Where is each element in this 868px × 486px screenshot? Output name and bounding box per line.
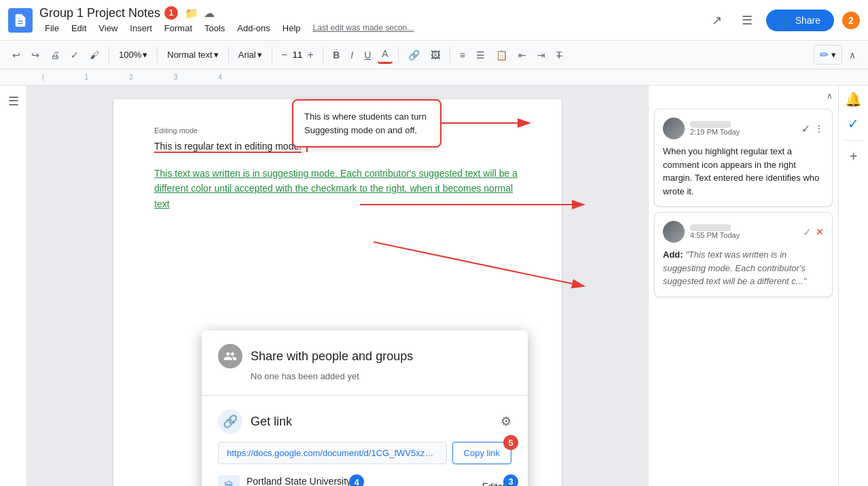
suggestion-text-block: This text was written is in suggesting m… (154, 166, 521, 211)
comment-avatar-2 (663, 221, 685, 243)
doc-area: This is where students can turn Suggesti… (27, 86, 648, 486)
zoom-select[interactable]: 100% ▾ (115, 47, 151, 63)
numbered-list[interactable]: 📋 (492, 47, 511, 63)
left-sidebar: ☰ (0, 86, 27, 486)
align-left[interactable]: ≡ (456, 47, 469, 63)
close-icon-2[interactable]: ✕ (816, 226, 824, 237)
resolve-icon-2[interactable]: ✓ (803, 226, 812, 239)
title-section: Group 1 Project Notes 1 📁 ☁ File Edit Vi… (39, 6, 706, 35)
menu-addons[interactable]: Add-ons (232, 22, 275, 35)
comment-time-1: 2:19 PM Today (690, 128, 740, 136)
add-label: Add: (663, 249, 683, 260)
checkmark-circle-icon[interactable]: ✓ (848, 116, 859, 132)
resolve-icon-1[interactable]: ✓ (801, 122, 810, 135)
share-button[interactable]: 👤 Share (766, 10, 834, 31)
outline-icon[interactable]: ☰ (8, 94, 19, 109)
comment-avatar-1 (663, 118, 685, 139)
menu-bar: File Edit View Insert Format Tools Add-o… (39, 22, 706, 35)
font-size-control: − 11 + (278, 48, 317, 62)
undo-button[interactable]: ↩ (8, 47, 24, 63)
menu-file[interactable]: File (39, 22, 65, 35)
org-right: Editor ▾ 3 (482, 481, 511, 487)
redo-button[interactable]: ↪ (27, 47, 43, 63)
badge-3: 3 (503, 474, 518, 487)
font-size-value[interactable]: 11 (293, 50, 302, 60)
zoom-value: 100% (119, 50, 141, 60)
underline-button[interactable]: U (360, 47, 375, 63)
italic-button[interactable]: I (346, 47, 357, 63)
indent-increase[interactable]: ⇥ (533, 47, 549, 63)
gear-icon[interactable]: ⚙ (501, 414, 511, 429)
sep7 (450, 47, 450, 63)
spellcheck-button[interactable]: ✓ (67, 47, 83, 63)
font-size-decrease[interactable]: − (278, 48, 291, 62)
sep4 (272, 47, 272, 63)
share-icon: 👤 (780, 15, 791, 26)
link-url-display[interactable]: https://docs.google.com/document/d/1CG_f… (218, 442, 447, 464)
font-size-increase[interactable]: + (304, 48, 317, 62)
org-icon: 🏛 (218, 475, 240, 486)
share-bottom: 🔗 Get link ⚙ https://docs.google.com/doc… (202, 396, 528, 486)
collapse-button[interactable]: ∧ (845, 47, 860, 63)
indent-decrease[interactable]: ⇤ (514, 47, 530, 63)
menu-insert[interactable]: Insert (124, 22, 158, 35)
paragraph-style-value: Normal text (167, 50, 212, 60)
share-dialog: Share with people and groups No one has … (202, 330, 528, 486)
scroll-up-icon[interactable]: ∧ (827, 91, 833, 101)
sep1 (109, 47, 109, 63)
add-text: "This text was written is in suggesting … (663, 249, 806, 286)
tooltip-text: This is where students can turn Suggesti… (304, 111, 427, 135)
text-color-button[interactable]: A (378, 46, 392, 64)
trending-icon-btn[interactable]: ↗ (706, 10, 728, 31)
link-button[interactable]: 🔗 (404, 47, 424, 63)
clear-format[interactable]: T̶ (552, 47, 566, 63)
title-bar: Group 1 Project Notes 1 📁 ☁ File Edit Vi… (0, 0, 868, 41)
badge-4: 4 (349, 474, 364, 486)
comment-time-2: 4:55 PM Today (690, 231, 740, 239)
share-dialog-title: Share with people and groups (251, 349, 413, 364)
share-no-one: No one has been added yet (251, 371, 511, 381)
menu-edit[interactable]: Edit (66, 22, 92, 35)
pencil-icon: ✏ (820, 48, 829, 61)
doc-title[interactable]: Group 1 Project Notes (39, 6, 160, 20)
bold-button[interactable]: B (329, 47, 344, 63)
rs-divider (844, 140, 863, 141)
image-button[interactable]: 🖼 (427, 47, 444, 63)
share-avatar (218, 344, 242, 368)
font-select[interactable]: Arial ▾ (234, 47, 266, 63)
commenter-name-1 (690, 121, 731, 128)
print-button[interactable]: 🖨 (46, 47, 64, 63)
style-chevron: ▾ (214, 50, 219, 60)
menu-help[interactable]: Help (277, 22, 306, 35)
more-icon-1[interactable]: ⋮ (814, 123, 824, 134)
edit-mode-button[interactable]: ✏ ▾ (814, 45, 842, 65)
last-edit[interactable]: Last edit was made secon... (313, 23, 414, 35)
doc-page[interactable]: Editing mode This is regular text in edi… (113, 99, 562, 486)
link-icon: 🔗 (218, 409, 242, 434)
editor-label: Editor (482, 481, 505, 487)
paragraph-style-select[interactable]: Normal text ▾ (163, 47, 222, 63)
regular-text: This is regular text in editing mode. (154, 141, 302, 153)
badge-5: 5 (503, 435, 518, 450)
menu-tools[interactable]: Tools (199, 22, 230, 35)
badge-1: 1 (164, 6, 178, 20)
right-panel: ∧ 2:19 PM Today ✓ ⋮ When y (648, 86, 838, 486)
cloud-icon[interactable]: ☁ (204, 7, 215, 20)
notification-icon[interactable]: 🔔 (845, 91, 862, 107)
menu-format[interactable]: Format (159, 22, 198, 35)
folder-icon[interactable]: 📁 (185, 7, 198, 20)
title-right: ↗ ☰ 👤 Share 2 (706, 10, 860, 31)
list-button[interactable]: ☰ (472, 47, 489, 63)
ruler: | 1 2 3 4 (0, 69, 868, 86)
menu-view[interactable]: View (93, 22, 123, 35)
copy-link-button[interactable]: Copy link (452, 442, 511, 464)
sep2 (157, 47, 158, 63)
sep3 (228, 47, 229, 63)
comments-icon-btn[interactable]: ☰ (736, 10, 758, 31)
share-top: Share with people and groups No one has … (202, 330, 528, 396)
org-left: 🏛 Portland State University ▾ 4 Anyone (218, 475, 398, 486)
chevron-down-icon: ▾ (831, 50, 836, 60)
paintformat-button[interactable]: 🖌 (86, 47, 103, 63)
org-name[interactable]: Portland State University ▾ (247, 476, 359, 486)
plus-icon[interactable]: + (850, 149, 858, 164)
